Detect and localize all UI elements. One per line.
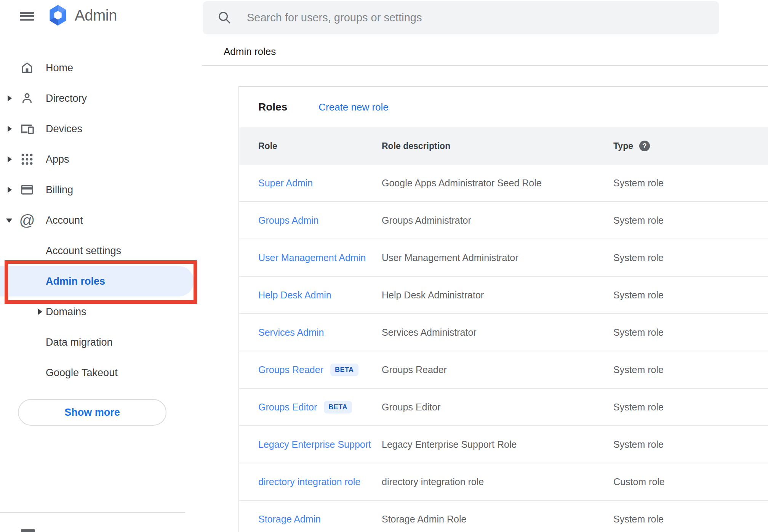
sidebar-item-account-settings[interactable]: Account settings [0, 236, 238, 266]
table-row: User Management Admin User Management Ad… [239, 239, 768, 277]
chevron-right-icon[interactable] [8, 156, 12, 162]
role-type: System role [613, 290, 768, 301]
search-bar[interactable] [203, 1, 719, 34]
at-icon: @ [20, 213, 34, 228]
role-description: Groups Administrator [382, 215, 613, 226]
home-icon [20, 61, 34, 75]
sidebar-item-devices[interactable]: Devices [0, 114, 238, 144]
chevron-right-icon[interactable] [8, 95, 12, 101]
role-description: Legacy Enterprise Support Role [382, 439, 613, 450]
role-type: System role [613, 402, 768, 413]
role-link[interactable]: Groups Editor [258, 402, 317, 413]
role-description: Help Desk Administrator [382, 290, 613, 301]
table-row: Groups Editor BETA Groups Editor System … [239, 389, 768, 426]
show-more-button[interactable]: Show more [18, 399, 166, 426]
role-description: Groups Editor [382, 402, 613, 413]
table-body: Super Admin Google Apps Administrator Se… [239, 165, 768, 532]
sidebar-item-label: Google Takeout [46, 367, 118, 379]
column-header-role: Role [239, 141, 382, 151]
roles-card-header: Roles Create new role [239, 87, 768, 127]
role-link[interactable]: Help Desk Admin [258, 290, 331, 301]
role-type: Custom role [613, 476, 768, 487]
table-row: Groups Reader BETA Groups Reader System … [239, 351, 768, 389]
table-row: Super Admin Google Apps Administrator Se… [239, 165, 768, 202]
role-description: Services Administrator [382, 327, 613, 338]
role-link[interactable]: User Management Admin [258, 252, 366, 263]
role-type: System role [613, 514, 768, 525]
role-link[interactable]: Services Admin [258, 327, 324, 338]
help-icon[interactable]: ? [639, 141, 650, 151]
role-description: Groups Reader [382, 364, 613, 375]
sidebar-item-admin-roles[interactable]: Admin roles [0, 266, 238, 296]
beta-badge: BETA [330, 364, 358, 376]
role-type: System role [613, 215, 768, 226]
sidebar-item-domains[interactable]: Domains [0, 296, 238, 327]
apps-icon [20, 152, 34, 167]
role-description: Storage Admin Role [382, 514, 613, 525]
chevron-right-icon[interactable] [8, 187, 12, 193]
table-row: directory integration role directory int… [239, 463, 768, 501]
devices-icon [20, 122, 34, 136]
admin-logo[interactable]: Admin [48, 5, 117, 26]
sidebar-item-data-migration[interactable]: Data migration [0, 327, 238, 357]
sidebar-item-label: Account settings [46, 245, 121, 257]
role-type: System role [613, 252, 768, 263]
role-link[interactable]: Legacy Enterprise Support [258, 439, 371, 450]
sidebar-item-label: Home [46, 62, 73, 74]
sidebar-item-google-takeout[interactable]: Google Takeout [0, 357, 238, 388]
billing-icon [20, 183, 34, 197]
chevron-right-icon[interactable] [38, 309, 42, 315]
sidebar-nav: Home Directory Devices Apps Billing @ Ac… [0, 53, 238, 388]
table-row: Groups Admin Groups Administrator System… [239, 202, 768, 239]
top-bar: Admin [0, 0, 768, 34]
sidebar-item-label: Domains [46, 306, 86, 318]
person-icon [20, 91, 34, 106]
create-new-role-link[interactable]: Create new role [318, 101, 389, 113]
card-title: Roles [258, 101, 287, 113]
table-row: Help Desk Admin Help Desk Administrator … [239, 277, 768, 314]
role-description: User Management Administrator [382, 252, 613, 263]
clipped-sidebar-icon [21, 529, 35, 532]
role-description: Google Apps Administrator Seed Role [382, 178, 613, 189]
table-header-row: Role Role description Type ? [239, 127, 768, 165]
product-name: Admin [75, 7, 117, 24]
sidebar-item-apps[interactable]: Apps [0, 144, 238, 175]
sidebar-item-account[interactable]: @ Account [0, 205, 238, 236]
sidebar-item-label: Devices [46, 123, 82, 135]
admin-logo-icon [48, 5, 68, 26]
sidebar-item-label: Billing [46, 184, 73, 196]
sidebar-divider [0, 512, 185, 513]
sidebar-item-directory[interactable]: Directory [0, 83, 238, 114]
sidebar-item-home[interactable]: Home [0, 53, 238, 83]
table-row: Storage Admin Storage Admin Role System … [239, 501, 768, 532]
sidebar-item-label: Directory [46, 93, 87, 104]
sidebar-item-label: Account [46, 215, 83, 226]
role-link[interactable]: Groups Admin [258, 215, 318, 226]
sidebar-item-billing[interactable]: Billing [0, 175, 238, 205]
column-header-description: Role description [382, 141, 613, 151]
menu-icon[interactable] [20, 12, 34, 21]
search-icon [217, 10, 232, 25]
role-link[interactable]: Groups Reader [258, 364, 323, 375]
table-row: Legacy Enterprise Support Legacy Enterpr… [239, 426, 768, 463]
sidebar-item-label: Data migration [46, 337, 113, 348]
chevron-right-icon[interactable] [8, 126, 12, 132]
chevron-down-icon[interactable] [6, 219, 12, 223]
role-link[interactable]: directory integration role [258, 476, 360, 487]
role-link[interactable]: Storage Admin [258, 514, 321, 525]
search-input[interactable] [246, 1, 703, 34]
roles-card: Roles Create new role Role Role descript… [238, 86, 768, 532]
role-type: System role [613, 364, 768, 375]
column-header-type: Type ? [613, 141, 768, 151]
sidebar-item-label: Admin roles [46, 276, 105, 287]
table-row: Services Admin Services Administrator Sy… [239, 314, 768, 351]
role-description: directory integration role [382, 476, 613, 487]
role-type: System role [613, 439, 768, 450]
sidebar-item-label: Apps [46, 154, 69, 165]
role-link[interactable]: Super Admin [258, 178, 313, 189]
role-type: System role [613, 178, 768, 189]
breadcrumb-divider [202, 65, 768, 66]
beta-badge: BETA [324, 401, 352, 413]
role-type: System role [613, 327, 768, 338]
